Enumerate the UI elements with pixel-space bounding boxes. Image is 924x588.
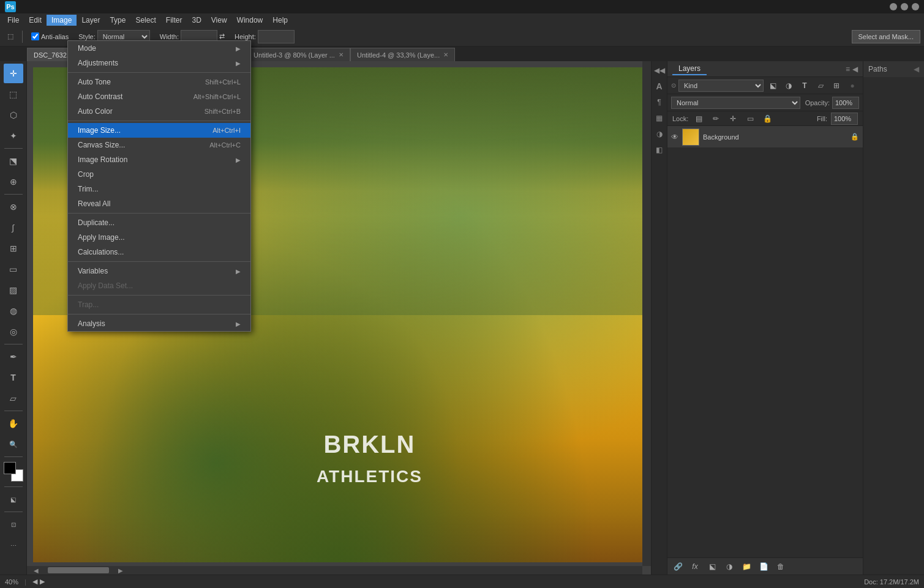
layer-effects-btn[interactable]: fx: [688, 560, 702, 573]
tool-healing[interactable]: ⊗: [4, 197, 23, 217]
menu-image-mode[interactable]: Mode ▶: [68, 41, 250, 56]
paths-panel-collapse[interactable]: ◀: [914, 65, 919, 73]
tool-extra-tools[interactable]: ⋯: [4, 535, 23, 555]
styles-panel-btn[interactable]: ◧: [653, 143, 666, 157]
lock-all-btn[interactable]: 🔒: [761, 112, 774, 125]
menu-view[interactable]: View: [206, 15, 232, 26]
anti-alias-checkbox[interactable]: [31, 32, 39, 40]
shape-filter-btn[interactable]: ▱: [814, 79, 827, 92]
tab-doc-3[interactable]: Untitled-3 @ 80% (Layer ... ✕: [247, 48, 350, 61]
swap-icon[interactable]: ⇄: [219, 32, 225, 40]
tab-doc-4[interactable]: Untitled-4 @ 33,3% (Laye... ✕: [350, 48, 455, 61]
menu-analysis[interactable]: Analysis ▶: [68, 316, 250, 331]
tool-zoom[interactable]: 🔍: [4, 434, 23, 454]
menu-trim[interactable]: Trim...: [68, 182, 250, 196]
lock-position-btn[interactable]: ✛: [726, 112, 740, 125]
menu-image-rotation[interactable]: Image Rotation ▶: [68, 152, 250, 167]
menu-3d[interactable]: 3D: [187, 15, 206, 26]
new-layer-btn[interactable]: 📄: [757, 560, 770, 573]
menu-duplicate[interactable]: Duplicate...: [68, 215, 250, 230]
layer-visibility-icon[interactable]: 👁: [671, 133, 678, 141]
menu-crop[interactable]: Crop: [68, 167, 250, 182]
adjustment-filter-btn[interactable]: ◑: [782, 79, 795, 92]
tool-text[interactable]: T: [4, 368, 23, 387]
maximize-button[interactable]: □: [901, 3, 908, 10]
menu-type[interactable]: Type: [105, 15, 130, 26]
tab-layers[interactable]: Layers: [672, 63, 707, 75]
menu-image-adjustments[interactable]: Adjustments ▶: [68, 56, 250, 70]
new-group-btn[interactable]: 📁: [740, 560, 753, 573]
tool-shape[interactable]: ▱: [4, 389, 23, 408]
adjustments-panel-btn[interactable]: ◑: [653, 127, 666, 141]
character-panel-btn[interactable]: A: [653, 80, 666, 93]
filter-toggle-btn[interactable]: ●: [846, 79, 859, 92]
menu-apply-image[interactable]: Apply Image...: [68, 230, 250, 245]
tab-close-4[interactable]: ✕: [443, 51, 448, 58]
panel-menu-btn[interactable]: ≡: [846, 65, 850, 73]
image-dropdown-menu[interactable]: Mode ▶ Adjustments ▶ Auto Tone Shift+Ctr…: [67, 40, 251, 332]
menu-image-auto-color[interactable]: Auto Color Shift+Ctrl+B: [68, 104, 250, 119]
menu-layer[interactable]: Layer: [77, 15, 105, 26]
expand-collapse-btn[interactable]: ◀◀: [653, 64, 666, 77]
tool-eyedropper[interactable]: ⊕: [4, 172, 23, 192]
tool-pen[interactable]: ✒: [4, 347, 23, 367]
new-adjustment-btn[interactable]: ◑: [723, 560, 736, 573]
horizontal-scrollbar[interactable]: ◀ ▶: [27, 566, 642, 575]
menu-help[interactable]: Help: [268, 15, 293, 26]
panel-collapse-btn[interactable]: ◀: [852, 65, 858, 73]
scroll-nav-left[interactable]: ◀: [32, 578, 37, 586]
tool-dodge[interactable]: ◎: [4, 322, 23, 341]
swatches-panel-btn[interactable]: ▦: [653, 111, 666, 125]
title-bar-controls[interactable]: — □ ✕: [890, 3, 919, 10]
scroll-nav-right[interactable]: ▶: [40, 578, 45, 586]
menu-variables[interactable]: Variables ▶: [68, 264, 250, 278]
menu-image[interactable]: Image: [47, 15, 77, 26]
menu-image-size[interactable]: Image Size... Alt+Ctrl+I: [68, 123, 250, 138]
tool-blur[interactable]: ◍: [4, 301, 23, 321]
foreground-color[interactable]: [4, 462, 16, 474]
menu-window[interactable]: Window: [232, 15, 268, 26]
tool-magic-wand[interactable]: ✦: [4, 126, 23, 146]
tool-lasso[interactable]: ⬡: [4, 105, 23, 125]
menu-filter[interactable]: Filter: [161, 15, 187, 26]
tool-eraser[interactable]: ▭: [4, 259, 23, 279]
height-input[interactable]: [258, 30, 295, 43]
tab-close-3[interactable]: ✕: [339, 51, 344, 58]
menu-calculations[interactable]: Calculations...: [68, 245, 250, 259]
menu-select[interactable]: Select: [130, 15, 160, 26]
tool-hand[interactable]: ✋: [4, 414, 23, 433]
type-filter-btn[interactable]: T: [798, 79, 811, 92]
menu-canvas-size[interactable]: Canvas Size... Alt+Ctrl+C: [68, 138, 250, 152]
tool-gradient[interactable]: ▨: [4, 280, 23, 300]
close-button[interactable]: ✕: [912, 3, 919, 10]
minimize-button[interactable]: —: [890, 3, 897, 10]
menu-file[interactable]: File: [2, 15, 24, 26]
tool-screen-mode[interactable]: ⊡: [4, 515, 23, 534]
tool-marquee[interactable]: ⬚: [4, 84, 23, 104]
color-indicator[interactable]: [4, 462, 23, 482]
select-mask-button[interactable]: Select and Mask...: [852, 30, 921, 43]
lock-transparent-btn[interactable]: ▤: [692, 112, 705, 125]
menu-image-auto-tone[interactable]: Auto Tone Shift+Ctrl+L: [68, 75, 250, 89]
link-layers-btn[interactable]: 🔗: [671, 560, 685, 573]
tool-crop[interactable]: ⬔: [4, 151, 23, 171]
lock-artboard-btn[interactable]: ▭: [743, 112, 757, 125]
menu-reveal-all[interactable]: Reveal All: [68, 196, 250, 211]
scroll-arrow-left[interactable]: ◀: [27, 567, 45, 574]
menu-edit[interactable]: Edit: [24, 15, 47, 26]
delete-layer-btn[interactable]: 🗑: [774, 560, 787, 573]
lock-image-btn[interactable]: ✏: [709, 112, 723, 125]
fill-input[interactable]: [831, 113, 858, 125]
vertical-scrollbar[interactable]: [642, 61, 651, 566]
blend-mode-select[interactable]: Normal Multiply Screen Overlay: [671, 97, 800, 109]
layer-row-background[interactable]: 👁 Background 🔒: [667, 126, 863, 148]
add-mask-btn[interactable]: ⬕: [705, 560, 719, 573]
tool-brush[interactable]: ∫: [4, 218, 23, 237]
kind-select[interactable]: Kind: [678, 80, 764, 92]
paragraph-panel-btn[interactable]: ¶: [653, 95, 666, 109]
tool-move[interactable]: ✛: [4, 64, 23, 83]
tool-clone[interactable]: ⊞: [4, 239, 23, 258]
tool-quick-mask[interactable]: ⬕: [4, 489, 23, 509]
scroll-thumb-h[interactable]: [48, 567, 109, 573]
menu-image-auto-contrast[interactable]: Auto Contrast Alt+Shift+Ctrl+L: [68, 89, 250, 104]
